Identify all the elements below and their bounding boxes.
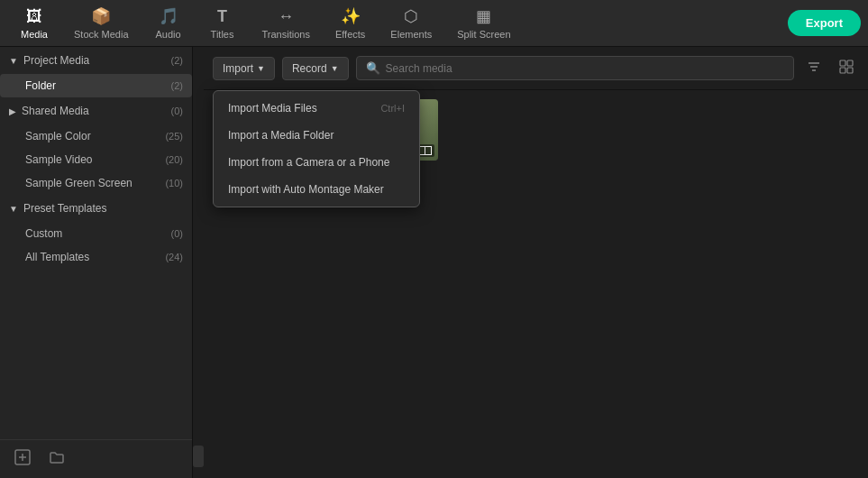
elements-icon: ⬡ [404, 6, 418, 26]
sidebar-item-sample-color[interactable]: Sample Color (25) [0, 124, 192, 148]
record-chevron-icon: ▼ [331, 64, 339, 73]
toolbar-stock-media[interactable]: 📦 Stock Media [61, 3, 142, 43]
import-files-item[interactable]: Import Media Files Ctrl+I [214, 95, 419, 122]
titles-icon: T [217, 7, 227, 26]
search-input[interactable] [386, 62, 784, 75]
sidebar-section-project-media[interactable]: ▼ Project Media (2) [0, 47, 192, 74]
toolbar-effects[interactable]: ✨ Effects [323, 3, 378, 43]
chevron-down-icon: ▼ [9, 56, 18, 66]
sidebar-item-sample-video[interactable]: Sample Video (20) [0, 148, 192, 171]
toolbar-elements[interactable]: ⬡ Elements [378, 3, 444, 43]
transitions-icon: ↔ [278, 7, 294, 26]
sidebar-item-custom[interactable]: Custom (0) [0, 222, 192, 245]
sidebar-item-all-templates[interactable]: All Templates (24) [0, 245, 192, 269]
chevron-right-icon: ▶ [9, 106, 16, 116]
toolbar-audio[interactable]: 🎵 Audio [142, 3, 196, 43]
sidebar-footer [0, 439, 192, 478]
toolbar-transitions[interactable]: ↔ Transitions [250, 4, 323, 43]
sidebar-collapse-handle[interactable] [193, 446, 204, 467]
sidebar: ▼ Project Media (2) Folder (2) ▶ Shared … [0, 47, 193, 478]
sidebar-item-folder[interactable]: Folder (2) [0, 74, 192, 97]
main-area: ▼ Project Media (2) Folder (2) ▶ Shared … [0, 47, 868, 478]
svg-rect-8 [840, 68, 845, 73]
import-chevron-icon: ▼ [257, 64, 265, 73]
main-toolbar: 🖼 Media 📦 Stock Media 🎵 Audio T Titles ↔… [0, 0, 868, 47]
new-folder-button[interactable] [43, 447, 70, 471]
toolbar-media[interactable]: 🖼 Media [7, 4, 61, 43]
svg-rect-6 [840, 60, 845, 66]
grid-view-button[interactable] [834, 56, 859, 80]
import-folder-item[interactable]: Import a Media Folder [214, 122, 419, 149]
effects-icon: ✨ [341, 6, 361, 26]
split-screen-icon: ▦ [476, 6, 491, 26]
sidebar-section-preset-templates[interactable]: ▼ Preset Templates [0, 195, 192, 222]
content-toolbar: Import ▼ Record ▼ 🔍 [204, 47, 868, 90]
filter-button[interactable] [801, 56, 827, 80]
sidebar-item-sample-green-screen[interactable]: Sample Green Screen (10) [0, 171, 192, 195]
import-dropdown[interactable]: Import ▼ [213, 57, 275, 80]
add-media-button[interactable] [9, 447, 36, 471]
svg-rect-9 [847, 68, 853, 73]
sidebar-section-shared-media[interactable]: ▶ Shared Media (0) [0, 97, 192, 124]
import-montage-item[interactable]: Import with Auto Montage Maker [214, 176, 419, 203]
toolbar-titles[interactable]: T Titles [196, 4, 250, 43]
import-camera-item[interactable]: Import from a Camera or a Phone [214, 149, 419, 176]
chevron-down-icon-templates: ▼ [9, 204, 18, 214]
media-icon: 🖼 [26, 7, 42, 26]
audio-icon: 🎵 [159, 6, 178, 26]
search-icon: 🔍 [366, 61, 380, 75]
record-dropdown[interactable]: Record ▼ [282, 57, 349, 80]
svg-rect-7 [847, 60, 853, 66]
search-bar[interactable]: 🔍 [356, 56, 794, 80]
content-area: Import ▼ Record ▼ 🔍 [204, 47, 868, 478]
stock-media-icon: 📦 [91, 6, 111, 26]
toolbar-split-screen[interactable]: ▦ Split Screen [444, 3, 523, 43]
export-button[interactable]: Export [788, 10, 861, 36]
import-dropdown-menu: Import Media Files Ctrl+I Import a Media… [213, 90, 420, 207]
